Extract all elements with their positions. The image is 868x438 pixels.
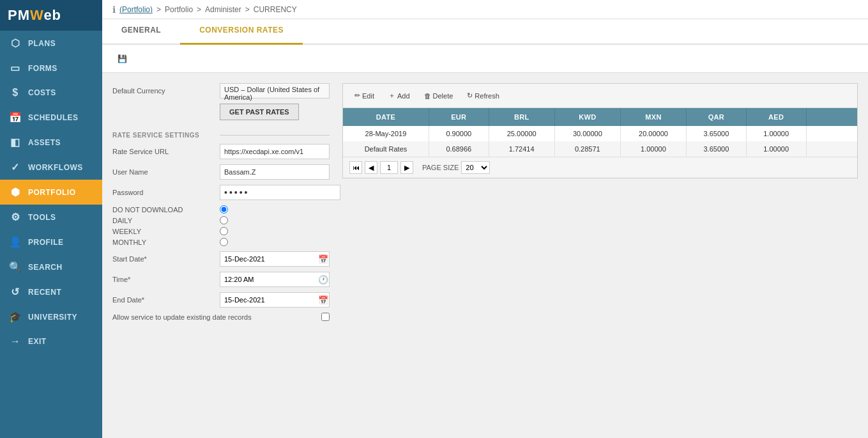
sidebar-item-portfolio[interactable]: ⬢ PORTFOLIO	[0, 180, 102, 205]
end-date-wrap: 📅	[220, 292, 330, 308]
breadcrumb-sep1: >	[156, 5, 161, 14]
sidebar-item-search[interactable]: 🔍 SEARCH	[0, 254, 102, 279]
tab-general[interactable]: GENERAL	[102, 19, 180, 43]
add-button[interactable]: ＋ Add	[383, 89, 415, 102]
refresh-button[interactable]: ↻ Refresh	[462, 90, 505, 102]
rate-service-url-input[interactable]	[220, 144, 330, 159]
sidebar-item-exit[interactable]: → EXIT	[0, 329, 102, 354]
sidebar-item-label: SCHEDULES	[28, 113, 79, 122]
sidebar-item-workflows[interactable]: ✓ WORKFLOWS	[0, 155, 102, 180]
breadcrumb-sep3: >	[245, 5, 250, 14]
cell-aed-1: 1.00000	[746, 141, 806, 157]
rate-service-url-row: Rate Service URL	[112, 144, 330, 159]
save-icon: 💾	[118, 54, 127, 63]
sidebar-item-tools[interactable]: ⚙ TOOLS	[0, 205, 102, 230]
sidebar-item-schedules[interactable]: 📅 SCHEDULES	[0, 105, 102, 130]
start-date-wrap: 📅	[220, 251, 330, 267]
table-row: 28-May-2019 0.90000 25.00000 30.00000 20…	[343, 126, 857, 141]
recent-icon: ↺	[9, 286, 22, 298]
cell-kwd-1: 0.28571	[554, 141, 620, 157]
page-size-select[interactable]: 20 50 100	[461, 161, 490, 174]
assets-icon: ◧	[9, 136, 22, 148]
do-not-download-label: DO NOT DOWNLOAD	[112, 206, 215, 214]
portfolio-icon: ⬢	[9, 186, 22, 198]
sidebar-item-plans[interactable]: ⬡ PLANS	[0, 31, 102, 56]
save-button[interactable]: 💾	[112, 52, 132, 66]
cell-date-1: Default Rates	[343, 141, 429, 157]
start-date-calendar-icon[interactable]: 📅	[318, 254, 328, 264]
sidebar-item-label: EXIT	[28, 337, 47, 346]
allow-service-checkbox[interactable]	[321, 313, 330, 321]
download-frequency-group: DO NOT DOWNLOAD DAILY WEEKLY MONTHLY	[112, 205, 330, 246]
cell-aed-0: 1.00000	[746, 126, 806, 141]
sidebar-item-recent[interactable]: ↺ RECENT	[0, 279, 102, 304]
sidebar-item-label: FORMS	[28, 64, 57, 73]
get-past-rates-row: GET PAST RATES	[112, 104, 330, 127]
time-label: Time*	[112, 276, 215, 283]
user-name-label: User Name	[112, 168, 215, 176]
tools-icon: ⚙	[9, 211, 22, 223]
logo: PMWeb	[0, 0, 102, 31]
forms-icon: ▭	[9, 62, 22, 74]
cell-mxn-1: 1.00000	[620, 141, 686, 157]
schedules-icon: 📅	[9, 111, 22, 123]
start-date-input[interactable]	[220, 251, 330, 267]
allow-service-label: Allow service to update existing date re…	[112, 313, 316, 321]
info-icon: ℹ	[112, 4, 116, 15]
sidebar-item-profile[interactable]: 👤 PROFILE	[0, 230, 102, 254]
first-page-button[interactable]: ⏮	[349, 161, 362, 174]
weekly-radio[interactable]	[220, 227, 228, 235]
rates-table: DATE EUR BRL KWD MXN QAR AED 28-May-201	[343, 108, 857, 157]
end-date-calendar-icon[interactable]: 📅	[318, 295, 328, 305]
delete-icon: 🗑	[424, 92, 431, 100]
delete-button[interactable]: 🗑 Delete	[419, 90, 459, 102]
cell-date-0: 28-May-2019	[343, 126, 429, 141]
user-name-input[interactable]	[220, 164, 330, 180]
current-page-input[interactable]	[380, 161, 398, 174]
allow-service-checkbox-wrap	[321, 313, 330, 321]
cell-kwd-0: 30.00000	[554, 126, 620, 141]
sidebar-item-university[interactable]: 🎓 UNIVERSITY	[0, 304, 102, 329]
sidebar-item-label: PROFILE	[28, 238, 64, 247]
cell-eur-0: 0.90000	[429, 126, 489, 141]
sidebar-item-assets[interactable]: ◧ ASSETS	[0, 130, 102, 155]
weekly-label: WEEKLY	[112, 228, 215, 235]
sidebar: PMWeb ⬡ PLANS ▭ FORMS $ COSTS 📅 SCHEDULE…	[0, 0, 102, 438]
daily-label: DAILY	[112, 217, 215, 224]
rate-service-settings-section: RATE SERVICE SETTINGS	[112, 132, 330, 139]
end-date-label: End Date*	[112, 296, 215, 304]
cell-extra-1	[806, 141, 857, 157]
monthly-radio[interactable]	[220, 238, 228, 246]
main-toolbar: 💾	[102, 45, 868, 73]
do-not-download-row: DO NOT DOWNLOAD	[112, 205, 330, 214]
rate-service-settings-label: RATE SERVICE SETTINGS	[112, 132, 215, 139]
daily-radio[interactable]	[220, 216, 228, 224]
sidebar-item-label: PORTFOLIO	[28, 188, 76, 197]
tab-conversion-rates[interactable]: CONVERSION RATES	[180, 19, 303, 45]
col-eur: EUR	[429, 108, 489, 126]
sidebar-item-label: ASSETS	[28, 138, 61, 147]
time-input[interactable]	[220, 272, 330, 287]
do-not-download-radio[interactable]	[220, 205, 228, 214]
divider-line	[220, 135, 330, 136]
get-past-rates-button[interactable]: GET PAST RATES	[220, 104, 299, 120]
sidebar-item-forms[interactable]: ▭ FORMS	[0, 56, 102, 81]
password-row: Password	[112, 185, 330, 200]
breadcrumb-portfolio: Portfolio	[165, 5, 193, 14]
weekly-row: WEEKLY	[112, 227, 330, 235]
breadcrumb-portfolio-link[interactable]: (Portfolio)	[119, 5, 153, 14]
content-area: Default Currency USD – Dollar (United St…	[102, 73, 868, 438]
sidebar-item-label: COSTS	[28, 88, 56, 97]
workflows-icon: ✓	[9, 161, 22, 173]
next-page-button[interactable]: ▶	[400, 161, 413, 174]
password-input[interactable]	[220, 185, 340, 200]
sidebar-item-costs[interactable]: $ COSTS	[0, 81, 102, 105]
end-date-input[interactable]	[220, 292, 330, 308]
prev-page-button[interactable]: ◀	[365, 161, 377, 174]
time-clock-icon[interactable]: 🕐	[318, 275, 328, 285]
col-kwd: KWD	[554, 108, 620, 126]
cell-eur-1: 0.68966	[429, 141, 489, 157]
tabs: GENERAL CONVERSION RATES	[102, 19, 868, 45]
edit-button[interactable]: ✏ Edit	[349, 90, 379, 102]
default-currency-value: USD – Dollar (United States of America)	[220, 83, 330, 98]
